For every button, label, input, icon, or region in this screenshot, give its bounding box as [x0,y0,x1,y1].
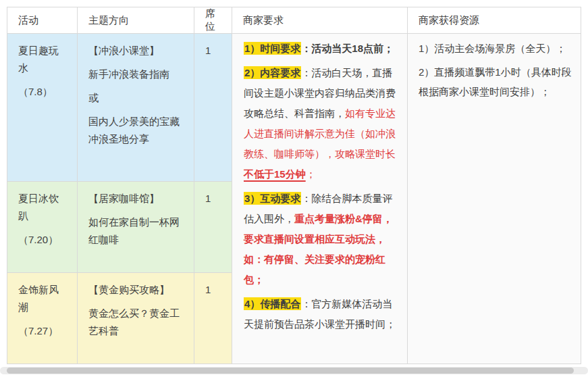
theme-line: 【居家咖啡馆】 [88,190,185,207]
document-viewport: 活动主题方向席位商家要求商家获得资源 夏日趣玩水（7.8）【冲浪小课堂】新手冲浪… [0,0,588,364]
theme-line: 或 [88,89,185,107]
requirement-text-segment: 3）互动要求 [244,192,301,205]
seats-cell: 1 [194,34,232,182]
theme-line: 如何在家自制一杯网红咖啡 [88,214,185,249]
seats-cell: 1 [194,182,232,273]
activity-title: 夏日冰饮趴 [18,190,68,225]
theme-cell: 【黄金购买攻略】黄金怎么买？黄金工艺科普 [78,273,194,364]
resource-paragraph: 2）直播频道飘带1小时（具体时段根据商家小课堂时间安排）； [419,62,572,101]
theme-cell: 【冲浪小课堂】新手冲浪装备指南或国内人少景美的宝藏冲浪圣地分享 [78,34,194,182]
theme-line: 【黄金购买攻略】 [88,281,185,299]
activity-cell: 夏日冰饮趴（7.20） [7,182,78,273]
column-header-seats: 席位 [194,7,232,34]
requirement-paragraph: 4）传播配合：官方新媒体活动当天提前预告品茶小课堂开播时间； [244,294,400,334]
table-header-row: 活动主题方向席位商家要求商家获得资源 [7,7,581,34]
activity-title: 金饰新风潮 [18,281,68,316]
requirement-paragraph: 3）互动要求：除结合脚本质量评估入围外，重点考量涨粉&停留，要求直播间设置相应互… [244,189,400,290]
resource-paragraph: 1）活动主会场海景房（全天）； [419,39,572,58]
scrollbar-thumb[interactable] [7,368,574,374]
activity-date: （7.20） [18,231,68,249]
requirement-text-segment: 4）传播配合 [244,297,301,310]
column-header-theme: 主题方向 [78,7,194,34]
seats-cell: 1 [194,273,232,364]
requirements-cell: 1）时间要求：活动当天18点前；2）内容要求：活动白天场，直播间设主题小课堂内容… [232,34,408,364]
requirement-paragraph: 1）时间要求：活动当天18点前； [244,39,400,59]
requirement-text-segment: 不低于15分钟 [244,168,306,180]
activity-cell: 夏日趣玩水（7.8） [7,34,78,182]
seats-value: 1 [205,190,223,207]
seats-value: 1 [205,281,223,299]
theme-line: 国内人少景美的宝藏冲浪圣地分享 [88,113,185,148]
theme-line: 【冲浪小课堂】 [88,42,185,59]
table-row: 夏日趣玩水（7.8）【冲浪小课堂】新手冲浪装备指南或国内人少景美的宝藏冲浪圣地分… [7,34,581,182]
theme-cell: 【居家咖啡馆】如何在家自制一杯网红咖啡 [78,182,194,273]
theme-line: 新手冲浪装备指南 [88,66,185,83]
requirement-text-segment: ：活动当天18点前； [301,43,394,54]
theme-line: 黄金怎么买？黄金工艺科普 [88,305,185,340]
seats-value: 1 [205,42,223,59]
column-header-resources: 商家获得资源 [408,7,581,34]
table-body: 夏日趣玩水（7.8）【冲浪小课堂】新手冲浪装备指南或国内人少景美的宝藏冲浪圣地分… [7,34,581,364]
activity-cell: 金饰新风潮（7.27） [7,273,78,364]
column-header-activity: 活动 [7,7,78,34]
requirement-text-segment: ； [306,168,316,180]
requirement-paragraph: 2）内容要求：活动白天场，直播间设主题小课堂内容归纳品类消费攻略总结、科普指南，… [244,63,400,184]
activity-title: 夏日趣玩水 [18,42,68,77]
activity-date: （7.8） [18,83,68,101]
activity-schedule-table: 活动主题方向席位商家要求商家获得资源 夏日趣玩水（7.8）【冲浪小课堂】新手冲浪… [7,7,581,364]
activity-date: （7.27） [18,322,68,340]
resources-cell: 1）活动主会场海景房（全天）；2）直播频道飘带1小时（具体时段根据商家小课堂时间… [408,34,581,364]
column-header-requirements: 商家要求 [232,7,408,34]
requirement-text-segment: 2）内容要求 [244,66,301,79]
horizontal-scrollbar[interactable] [0,367,588,374]
requirement-text-segment: 1）时间要求 [244,42,301,55]
